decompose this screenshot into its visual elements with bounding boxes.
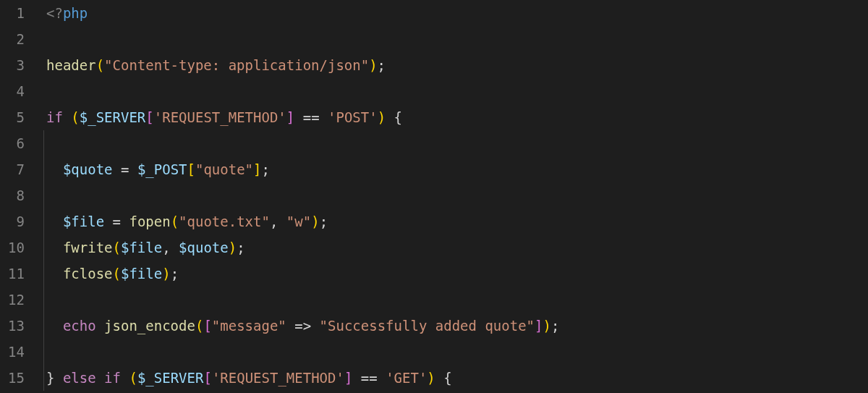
- line-number: 15: [7, 365, 25, 391]
- code-line: [46, 287, 868, 313]
- line-number: 12: [7, 287, 25, 313]
- line-number: 9: [7, 208, 25, 234]
- code-line: } else if ($_SERVER['REQUEST_METHOD'] ==…: [46, 365, 868, 391]
- code-editor: 1 2 3 4 5 6 7 8 9 10 11 12 13 14 15 <?ph…: [0, 0, 868, 393]
- line-number: 13: [7, 313, 25, 339]
- line-number: 11: [7, 261, 25, 287]
- line-number: 7: [7, 156, 25, 182]
- code-line: [46, 339, 868, 365]
- line-number: 6: [7, 130, 25, 156]
- code-line: fwrite($file, $quote);: [46, 234, 868, 261]
- line-number: 2: [7, 26, 25, 52]
- code-line: if ($_SERVER['REQUEST_METHOD'] == 'POST'…: [46, 104, 868, 130]
- code-line: <?php: [46, 0, 868, 26]
- line-number: 4: [7, 78, 25, 104]
- line-number: 14: [7, 339, 25, 365]
- line-number: 1: [7, 0, 25, 26]
- line-number: 10: [7, 234, 25, 261]
- code-line: header("Content-type: application/json")…: [46, 52, 868, 78]
- line-number-gutter: 1 2 3 4 5 6 7 8 9 10 11 12 13 14 15: [0, 0, 38, 393]
- line-number: 5: [7, 104, 25, 130]
- line-number: 3: [7, 52, 25, 78]
- code-line: $file = fopen("quote.txt", "w");: [46, 208, 868, 234]
- code-line: [46, 26, 868, 52]
- code-line: [46, 78, 868, 104]
- indent-guide: [43, 130, 44, 391]
- line-number: 8: [7, 182, 25, 208]
- code-line: echo json_encode(["message" => "Successf…: [46, 313, 868, 339]
- code-line: fclose($file);: [46, 261, 868, 287]
- code-content[interactable]: <?php header("Content-type: application/…: [38, 0, 868, 393]
- code-line: [46, 182, 868, 208]
- code-line: [46, 130, 868, 156]
- code-line: $quote = $_POST["quote"];: [46, 156, 868, 182]
